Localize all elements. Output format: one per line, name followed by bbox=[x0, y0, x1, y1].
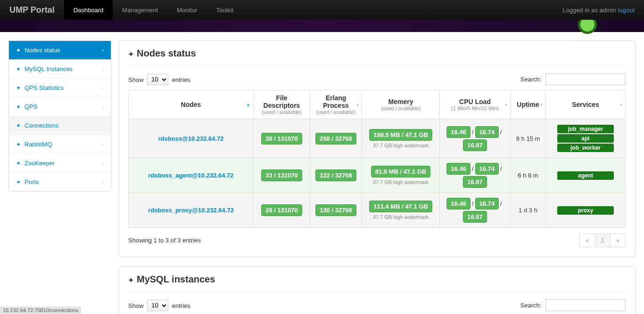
uptime-cell: 8 h 15 m bbox=[511, 119, 546, 158]
uptime-cell: 6 h 6 m bbox=[511, 158, 546, 193]
table-row: rdsboss_proxy@10.232.64.7228 / 131070130… bbox=[129, 193, 626, 228]
page-size-select[interactable]: 10 bbox=[147, 300, 168, 311]
sidebar-item-ports[interactable]: ✦Ports› bbox=[9, 173, 111, 191]
sidebar-item-label: QPS Statistics bbox=[25, 84, 64, 91]
sidebar-item-qps[interactable]: ✦QPS› bbox=[9, 97, 111, 116]
sidebar-item-label: ZooKeeper bbox=[25, 160, 55, 167]
search-input[interactable] bbox=[545, 73, 626, 85]
erl-badge: 130 / 32768 bbox=[315, 204, 356, 216]
sidebar-item-mysql-instances[interactable]: ✦MySQL Instances› bbox=[9, 60, 111, 79]
nav-tabs: Dashboard Management Monitor Toolkit bbox=[64, 0, 243, 20]
service-badge: proxy bbox=[557, 206, 614, 215]
sidebar-item-label: QPS bbox=[25, 103, 37, 110]
watermark-text: 37.7 GB high watermark bbox=[366, 179, 436, 185]
show-label: Show bbox=[128, 302, 144, 309]
tab-monitor[interactable]: Monitor bbox=[167, 0, 206, 20]
leaf-icon: ✦ bbox=[16, 66, 21, 72]
logged-as-text: Logged in as admin bbox=[562, 7, 616, 14]
tab-management[interactable]: Management bbox=[113, 0, 167, 20]
sidebar-item-nodes-status[interactable]: ✦Nodes status› bbox=[9, 41, 111, 60]
watermark-text: 37.7 GB high watermark bbox=[366, 143, 436, 148]
leaf-icon: ✦ bbox=[16, 141, 21, 148]
mysql-instances-title: ✦MySQL instances bbox=[128, 267, 626, 291]
leaf-icon: ✦ bbox=[128, 276, 134, 284]
search-input[interactable] bbox=[545, 299, 626, 311]
page-size-select[interactable]: 10 bbox=[147, 74, 168, 85]
sidebar-item-label: Ports bbox=[25, 178, 39, 185]
node-link[interactable]: rdsboss_agent@10.232.64.72 bbox=[148, 172, 233, 179]
chevron-right-icon: › bbox=[102, 85, 104, 90]
sidebar-item-connections[interactable]: ✦Connections› bbox=[9, 116, 111, 135]
col-mem[interactable]: Memery(used / available) bbox=[362, 90, 440, 119]
service-badge: job_manager bbox=[557, 125, 614, 133]
search-label: Search: bbox=[520, 302, 542, 309]
cpu15-badge: 16.87 bbox=[463, 139, 487, 151]
entries-label: entries bbox=[172, 302, 190, 309]
node-link[interactable]: rdsboss_proxy@10.232.64.72 bbox=[148, 207, 234, 214]
search-label: Search: bbox=[520, 76, 542, 83]
chevron-right-icon: › bbox=[102, 104, 104, 109]
chevron-right-icon: › bbox=[102, 48, 104, 53]
tab-toolkit[interactable]: Toolkit bbox=[207, 0, 243, 20]
leaf-icon: ✦ bbox=[128, 50, 134, 58]
logout-link[interactable]: logout bbox=[618, 7, 635, 14]
service-badge: agent bbox=[557, 171, 614, 180]
login-info: Logged in as admin logout bbox=[562, 7, 644, 14]
col-services[interactable]: Services♦ bbox=[546, 90, 626, 119]
page-length: Show 10 entries bbox=[128, 74, 190, 85]
leaf-icon: ✦ bbox=[16, 47, 21, 54]
service-badge: api bbox=[557, 134, 614, 143]
col-cpu[interactable]: CPU Load(1 Min/5 Min/15 Min)♦ bbox=[440, 90, 511, 119]
table-row: rdsboss@10.232.64.7239 / 131070268 / 327… bbox=[129, 119, 626, 158]
cpu5-badge: 16.74 bbox=[475, 126, 499, 138]
node-link[interactable]: rdsboss@10.232.64.72 bbox=[158, 135, 223, 142]
cpu15-badge: 16.87 bbox=[463, 176, 487, 188]
mem-badge: 111.4 MB / 47.1 GB bbox=[369, 201, 432, 212]
sidebar-item-label: Connections bbox=[25, 122, 58, 129]
mem-badge: 188.5 MB / 47.1 GB bbox=[369, 129, 432, 141]
erl-badge: 268 / 32768 bbox=[315, 133, 356, 145]
nodes-table: Nodes▲ File Descriptors(used / available… bbox=[128, 90, 626, 228]
mysql-instances-panel: ✦MySQL instances Show 10 entries Search:… bbox=[118, 266, 636, 314]
fd-badge: 28 / 131070 bbox=[261, 204, 302, 216]
table-info-text: Showing 1 to 3 of 3 entries bbox=[128, 237, 201, 244]
sidebar: ✦Nodes status›✦MySQL Instances›✦QPS Stat… bbox=[8, 40, 111, 192]
cpu5-badge: 16.74 bbox=[475, 198, 499, 209]
entries-label: entries bbox=[172, 76, 190, 83]
sidebar-item-qps-statistics[interactable]: ✦QPS Statistics› bbox=[9, 79, 111, 97]
fd-badge: 39 / 131070 bbox=[261, 133, 302, 145]
cpu15-badge: 16.87 bbox=[463, 211, 487, 223]
page-1[interactable]: 1 bbox=[595, 233, 611, 247]
chevron-right-icon: › bbox=[102, 142, 104, 147]
cpu5-badge: 16.74 bbox=[475, 163, 499, 175]
cpu1-badge: 16.46 bbox=[446, 163, 471, 175]
cpu1-badge: 16.46 bbox=[446, 198, 471, 209]
cpu1-badge: 16.46 bbox=[446, 126, 471, 138]
leaf-icon: ✦ bbox=[16, 104, 21, 110]
chevron-right-icon: › bbox=[102, 179, 104, 185]
col-erl[interactable]: Erlang Process(used / available)♦ bbox=[310, 90, 362, 119]
nodes-status-title: ✦Nodes status bbox=[128, 41, 626, 65]
chevron-right-icon: › bbox=[102, 161, 104, 166]
top-nav: UMP Portal Dashboard Management Monitor … bbox=[0, 0, 644, 20]
service-badge: job_worker bbox=[557, 144, 614, 152]
table-row: rdsboss_agent@10.232.64.7233 / 131070122… bbox=[129, 158, 626, 193]
col-uptime[interactable]: Uptime♦ bbox=[511, 90, 546, 119]
tab-dashboard[interactable]: Dashboard bbox=[64, 0, 113, 20]
sidebar-item-zookeeper[interactable]: ✦ZooKeeper› bbox=[9, 154, 111, 173]
col-nodes[interactable]: Nodes▲ bbox=[129, 90, 254, 119]
brand: UMP Portal bbox=[0, 5, 64, 15]
watermark-text: 37.7 GB high watermark bbox=[366, 214, 436, 220]
banner bbox=[0, 20, 644, 32]
page-prev[interactable]: « bbox=[579, 233, 595, 247]
uptime-cell: 1 d 3 h bbox=[511, 193, 546, 228]
status-bar: 10.232.64.72:7001/#connections bbox=[0, 306, 81, 314]
erl-badge: 122 / 32768 bbox=[315, 169, 356, 181]
chevron-right-icon: › bbox=[102, 66, 104, 72]
sidebar-item-rabbitmq[interactable]: ✦RabbitMQ› bbox=[9, 135, 111, 154]
page-next[interactable]: » bbox=[610, 233, 626, 247]
nodes-status-panel: ✦Nodes status Show 10 entries Search: No… bbox=[118, 40, 636, 257]
col-fd[interactable]: File Descriptors(used / available) bbox=[254, 90, 310, 119]
pagination: « 1 » bbox=[580, 233, 626, 247]
leaf-icon: ✦ bbox=[16, 122, 21, 129]
